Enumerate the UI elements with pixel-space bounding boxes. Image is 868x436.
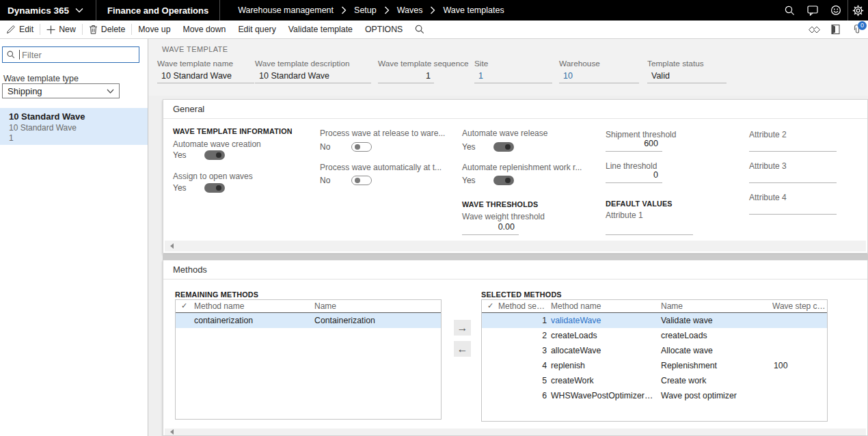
grid-header: ✓ Method name Name [176,300,441,313]
move-up-button[interactable]: Move up [132,21,176,38]
group-title: WAVE TEMPLATE INFORMATION [173,127,293,135]
filter-placeholder: Filter [22,50,42,60]
attribute-4-input[interactable] [749,200,837,215]
main-panel: WAVE TEMPLATE Wave template name 10 Stan… [148,39,868,436]
new-button[interactable]: New [40,21,82,38]
horizontal-scrollbar[interactable] [165,428,866,435]
action-toolbar: Edit New Delete Move up Move down Edit q… [0,21,868,39]
delete-button[interactable]: Delete [83,21,132,38]
trash-icon [89,25,98,34]
brand-title: Dynamics 365 [8,5,69,16]
attribute-3-input[interactable] [749,168,837,183]
selected-methods-caption: SELECTED METHODS [481,290,562,299]
table-row[interactable]: 5 createWork Create work [482,373,827,388]
search-button[interactable] [778,0,801,21]
plus-icon [46,25,55,34]
scroll-left-icon [170,243,174,249]
table-row[interactable]: 6 WHSWavePostOptimizerWav... Wave post o… [482,388,827,403]
breadcrumb: Warehouse management Setup Waves Wave te… [235,5,506,15]
shipment-threshold-input[interactable]: 600 [606,137,662,152]
automate-replenishment-toggle[interactable]: Yes [462,175,514,185]
breadcrumb-chevron-icon [384,6,390,14]
toggle-on [204,150,225,160]
breadcrumb-item-wave-templates[interactable]: Wave templates [443,5,504,15]
wave-weight-threshold-input[interactable]: 0.00 [462,220,519,235]
group-title: DEFAULT VALUES [606,200,673,208]
toggle-off [351,142,372,152]
process-wave-automatically-toggle[interactable]: No [320,175,372,185]
field-wave-template-name: Wave template name 10 Standard Wave [157,59,254,83]
general-section-header[interactable]: General [163,100,867,119]
toggle-on [493,176,514,185]
table-row[interactable]: 2 createLoads createLoads [482,328,827,343]
toggle-on [204,183,225,193]
field-wave-template-sequence: Wave template sequence 1 [378,59,434,83]
smiley-icon [830,5,841,16]
move-right-button[interactable]: → [454,320,471,336]
attachments-count-badge: 0 [858,21,867,30]
navbar-divider [219,0,220,21]
table-row[interactable]: 3 allocateWave Allocate wave [482,343,827,358]
chevron-down-icon [107,89,114,94]
field-site: Site 1 [474,59,552,83]
feedback-button[interactable] [801,0,824,21]
options-button[interactable]: OPTIONS [359,21,409,38]
process-wave-at-release-toggle[interactable]: No [320,141,372,152]
app-launcher[interactable]: Dynamics 365 [0,0,96,21]
wave-template-type-label: Wave template type [3,74,79,83]
table-row[interactable]: containerization Containerization [176,313,441,328]
group-title: WAVE THRESHOLDS [462,200,538,208]
filter-input[interactable]: Filter [2,46,139,63]
arrow-left-icon: ← [457,343,468,355]
close-line-view-button[interactable] [809,21,820,39]
select-all-checkmark-icon[interactable]: ✓ [487,301,493,310]
field-template-status: Template status Valid [647,59,727,83]
record-list-sidebar: Filter Wave template type Shipping 10 St… [0,39,148,436]
scroll-left-icon [170,429,174,435]
record-header: WAVE TEMPLATE Wave template name 10 Stan… [148,39,868,96]
double-diamond-icon [809,26,820,33]
list-item-selected[interactable]: 10 Standard Wave 10 Standard Wave 1 [0,108,148,145]
pencil-icon [6,25,16,34]
select-all-checkmark-icon[interactable]: ✓ [181,301,187,310]
search-icon [785,5,795,16]
open-in-office-button[interactable] [830,21,841,39]
automate-wave-creation-toggle[interactable]: Yes [173,150,225,160]
wave-template-type-select[interactable]: Shipping [2,83,120,98]
office-icon [830,24,841,35]
automate-wave-release-toggle[interactable]: Yes [462,141,514,152]
horizontal-scrollbar[interactable] [165,241,866,251]
attribute-2-input[interactable] [749,137,837,152]
breadcrumb-item-module[interactable]: Warehouse management [238,5,334,15]
breadcrumb-item-setup[interactable]: Setup [354,5,377,15]
edit-button[interactable]: Edit [0,21,40,38]
attachments-button[interactable]: 0 [851,21,863,39]
field-warehouse: Warehouse 10 [559,59,639,83]
top-navbar: Dynamics 365 Finance and Operations Ware… [0,0,868,21]
breadcrumb-item-waves[interactable]: Waves [397,5,423,15]
arrow-right-icon: → [457,322,468,334]
general-section: General WAVE TEMPLATE INFORMATION Automa… [163,99,868,254]
remaining-methods-caption: REMAINING METHODS [175,290,258,299]
move-down-button[interactable]: Move down [177,21,232,38]
assign-to-open-waves-toggle[interactable]: Yes [173,182,225,193]
table-row[interactable]: 4 replenish Replenishment 100 [482,358,827,373]
breadcrumb-chevron-icon [341,6,347,14]
selected-methods-grid: ✓ Method sequ... Method name Name Wave s… [481,299,828,422]
methods-section-header[interactable]: Methods [163,260,867,280]
validate-template-button[interactable]: Validate template [282,21,359,38]
settings-button[interactable] [848,0,868,21]
remaining-methods-grid: ✓ Method name Name containerization Cont… [175,299,442,420]
attribute-1-input[interactable] [606,220,693,235]
edit-query-button[interactable]: Edit query [232,21,282,38]
search-icon [7,51,15,59]
move-left-button[interactable]: ← [454,341,471,357]
toolbar-search-button[interactable] [409,21,431,38]
chat-icon [807,5,818,16]
line-threshold-input[interactable]: 0 [606,168,662,183]
card-gap [163,254,868,260]
feedback-smiley-button[interactable] [824,0,847,21]
table-row[interactable]: 1 validateWave Validate wave [482,313,827,328]
toggle-off [351,176,372,185]
app-name[interactable]: Finance and Operations [96,5,219,16]
